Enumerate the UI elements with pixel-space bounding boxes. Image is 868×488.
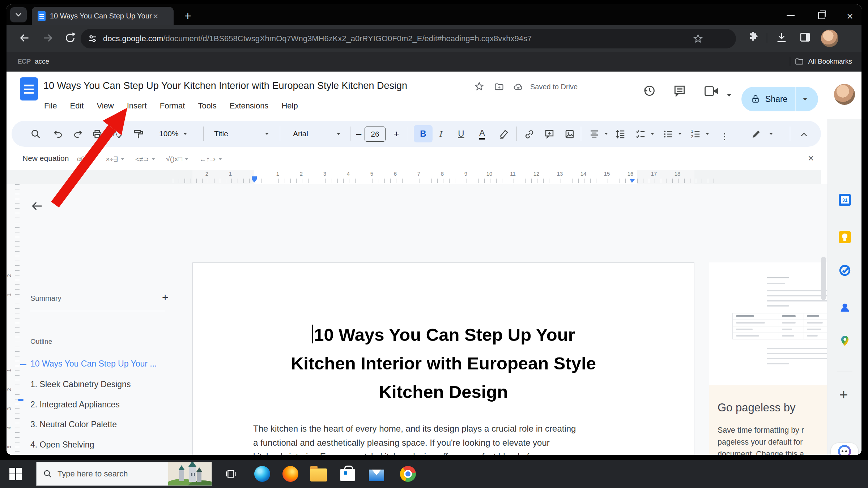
extensions-icon[interactable] xyxy=(747,31,759,43)
decrease-font-button[interactable]: – xyxy=(354,121,363,147)
font-select[interactable]: Arial xyxy=(293,121,308,147)
line-spacing-icon[interactable] xyxy=(615,129,626,140)
insert-comment-icon[interactable] xyxy=(544,129,555,140)
equation-group-button[interactable]: ×÷∃ xyxy=(106,155,124,163)
bookmark-item[interactable]: acce xyxy=(35,57,49,65)
document-title[interactable]: 10 Ways You Can Step Up Your Kitchen Int… xyxy=(43,80,407,91)
redo-icon[interactable] xyxy=(72,129,83,140)
back-icon[interactable] xyxy=(18,31,31,44)
window-close-button[interactable]: × xyxy=(840,10,860,21)
horizontal-ruler[interactable]: 21123456789101112131415161718 xyxy=(7,170,821,184)
tab-close-icon[interactable]: × xyxy=(153,12,158,21)
equation-group-button[interactable]: √()x□ xyxy=(166,155,188,163)
comments-icon[interactable] xyxy=(673,84,686,98)
menu-item[interactable]: Tools xyxy=(198,101,216,111)
omnibox[interactable]: docs.google.com/document/d/1BS658CtwsgXh… xyxy=(81,29,736,48)
bulleted-list-icon[interactable] xyxy=(663,129,673,140)
zoom-select[interactable]: 100% xyxy=(159,121,187,147)
file-explorer-icon[interactable] xyxy=(310,465,328,483)
close-outline-icon[interactable] xyxy=(30,199,44,213)
edge-icon[interactable] xyxy=(253,465,271,483)
text-color-button[interactable]: A xyxy=(476,121,488,147)
menu-item[interactable]: Edit xyxy=(70,101,84,111)
numbered-list-icon[interactable]: 12 xyxy=(690,129,701,140)
font-size-input[interactable]: 26 xyxy=(365,127,386,142)
equation-group-button[interactable]: ←↑⇒ xyxy=(199,155,222,163)
editing-mode-dropdown-icon[interactable] xyxy=(769,133,773,135)
all-bookmarks-button[interactable]: All Bookmarks xyxy=(790,57,852,66)
version-history-icon[interactable] xyxy=(642,84,656,98)
maps-icon[interactable] xyxy=(839,335,851,347)
mail-icon[interactable] xyxy=(367,465,386,483)
url-text[interactable]: docs.google.com/document/d/1BS658CtwsgXh… xyxy=(103,34,693,43)
outline-item[interactable]: 3. Neutral Color Palette xyxy=(30,415,145,435)
side-panel-icon[interactable] xyxy=(799,31,811,43)
styles-dropdown-icon[interactable] xyxy=(265,133,269,135)
left-indent-marker[interactable] xyxy=(252,179,257,183)
menu-item[interactable]: Insert xyxy=(127,101,147,111)
search-menus-icon[interactable] xyxy=(30,129,41,140)
start-button[interactable] xyxy=(9,468,22,480)
highlight-color-icon[interactable] xyxy=(498,129,509,140)
meet-video-icon[interactable] xyxy=(705,85,719,97)
underline-button[interactable]: U xyxy=(456,121,467,147)
outline-item[interactable]: 2. Integrated Appliances xyxy=(30,395,145,415)
increase-font-button[interactable]: + xyxy=(392,121,401,147)
document-page[interactable]: 10 Ways You Can Step Up Your Kitchen Int… xyxy=(192,262,694,455)
checklist-icon[interactable] xyxy=(635,129,646,140)
align-dropdown-icon[interactable] xyxy=(605,133,608,135)
tab-search-button[interactable] xyxy=(10,7,27,22)
window-minimize-button[interactable] xyxy=(780,10,801,21)
browser-tab[interactable]: 10 Ways You Can Step Up Your × xyxy=(32,7,174,25)
site-settings-icon[interactable] xyxy=(87,33,98,44)
new-equation-label[interactable]: New equation xyxy=(22,154,69,163)
firefox-icon[interactable] xyxy=(281,465,299,483)
vertical-ruler[interactable] xyxy=(15,184,20,455)
checklist-dropdown-icon[interactable] xyxy=(651,133,654,135)
download-icon[interactable] xyxy=(775,31,788,44)
bold-button[interactable]: B xyxy=(414,125,433,142)
calendar-icon[interactable]: 31 xyxy=(839,194,851,206)
docs-logo-icon[interactable] xyxy=(20,77,38,100)
window-restore-button[interactable] xyxy=(812,10,832,21)
menu-item[interactable]: Extensions xyxy=(230,101,269,111)
taskbar-search[interactable]: Type here to search xyxy=(36,462,212,486)
add-summary-button[interactable]: + xyxy=(162,291,169,304)
spell-check-icon[interactable]: A xyxy=(112,129,123,140)
collapse-toolbar-icon[interactable] xyxy=(799,130,809,140)
microsoft-store-icon[interactable] xyxy=(339,465,357,483)
contacts-icon[interactable] xyxy=(839,301,851,314)
reload-icon[interactable] xyxy=(64,31,77,44)
task-view-icon[interactable] xyxy=(221,465,239,483)
keep-icon[interactable] xyxy=(839,231,851,243)
vertical-scrollbar[interactable] xyxy=(821,257,826,300)
document-heading[interactable]: 10 Ways You Can Step Up Your Kitchen Int… xyxy=(253,321,634,406)
insert-image-icon[interactable] xyxy=(564,129,575,140)
bulleted-list-dropdown-icon[interactable] xyxy=(678,133,681,135)
undo-icon[interactable] xyxy=(53,129,64,140)
share-dropdown-icon[interactable] xyxy=(803,98,807,100)
search-highlight-image[interactable] xyxy=(168,462,212,485)
more-options-button[interactable] xyxy=(719,121,730,147)
styles-select[interactable]: Title xyxy=(214,121,228,147)
print-icon[interactable] xyxy=(92,129,103,140)
move-to-folder-icon[interactable] xyxy=(494,82,504,92)
font-dropdown-icon[interactable] xyxy=(337,133,340,135)
assistant-button[interactable] xyxy=(831,443,858,455)
outline-item-active[interactable]: 10 Ways You Can Step Up Your ... xyxy=(30,359,157,369)
document-body[interactable]: The kitchen is the heart of every home, … xyxy=(253,422,635,455)
italic-button[interactable]: I xyxy=(435,121,446,147)
get-addons-button[interactable]: + xyxy=(839,387,848,403)
outline-item[interactable]: 4. Open Shelving xyxy=(30,435,145,455)
editing-mode-icon[interactable] xyxy=(751,129,762,140)
paint-format-icon[interactable] xyxy=(133,129,144,140)
bookmark-star-icon[interactable] xyxy=(693,33,703,44)
equation-group-button[interactable]: αβγ xyxy=(77,155,95,163)
equation-close-icon[interactable]: × xyxy=(808,153,814,164)
menu-item[interactable]: File xyxy=(44,101,57,111)
new-tab-button[interactable]: + xyxy=(184,9,191,23)
menu-item[interactable]: View xyxy=(97,101,114,111)
right-indent-marker[interactable] xyxy=(630,179,635,183)
forward-icon[interactable] xyxy=(41,31,54,44)
first-line-indent-marker[interactable] xyxy=(252,176,257,179)
